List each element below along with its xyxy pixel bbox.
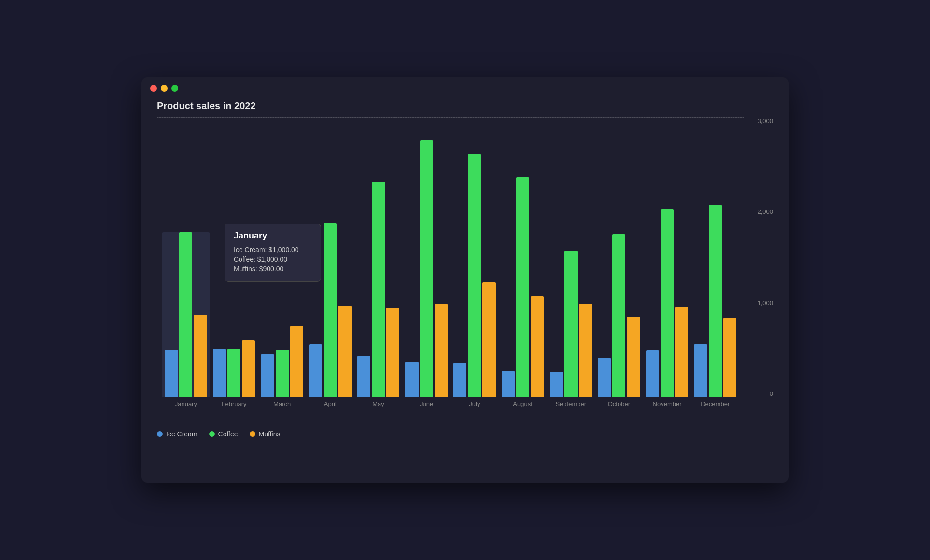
grid-line-0 (157, 421, 744, 421)
legend: Ice CreamCoffeeMuffins (141, 426, 789, 442)
x-label-november: November (643, 400, 691, 407)
bar-icecream-august (502, 371, 515, 397)
bar-coffee-march (276, 350, 289, 397)
bar-coffee-may (372, 182, 385, 397)
month-group-august[interactable] (499, 177, 547, 397)
bar-muffins-november (675, 307, 688, 397)
app-window: Product sales in 2022 3,000 2,000 1,000 … (141, 77, 789, 483)
x-label-may: May (354, 400, 403, 407)
legend-item-muffins: Muffins (250, 430, 281, 438)
month-group-june[interactable] (402, 140, 451, 397)
bar-coffee-december (709, 205, 722, 397)
month-group-april[interactable] (306, 223, 354, 397)
bar-muffins-january (194, 315, 207, 397)
x-label-february: February (210, 400, 258, 407)
bar-coffee-february (227, 349, 240, 397)
x-label-july: July (451, 400, 499, 407)
x-label-october: October (595, 400, 643, 407)
x-label-march: March (258, 400, 306, 407)
minimize-button[interactable] (161, 85, 168, 92)
legend-label-coffee: Coffee (218, 430, 238, 438)
bar-muffins-august (531, 296, 544, 397)
bar-icecream-march (261, 354, 274, 397)
x-label-september: September (547, 400, 595, 407)
bar-icecream-july (453, 363, 466, 397)
titlebar (141, 77, 789, 97)
month-group-october[interactable] (595, 234, 643, 397)
bar-coffee-october (612, 234, 625, 397)
x-label-june: June (402, 400, 451, 407)
legend-label-ice-cream: Ice Cream (166, 430, 197, 438)
bar-muffins-june (435, 304, 448, 397)
maximize-button[interactable] (171, 85, 178, 92)
bar-muffins-december (723, 318, 736, 397)
x-label-august: August (499, 400, 547, 407)
bar-coffee-june (420, 140, 433, 397)
legend-dot-coffee (209, 431, 215, 437)
y-label-0: 0 (744, 390, 773, 397)
bar-coffee-july (468, 154, 481, 397)
bar-icecream-february (213, 349, 226, 397)
chart-area: 3,000 2,000 1,000 0 JanuaryFebruaryMarch… (157, 117, 773, 421)
bar-icecream-june (405, 362, 418, 397)
y-label-3000: 3,000 (744, 117, 773, 125)
bar-muffins-september (579, 304, 592, 397)
bar-muffins-may (386, 308, 399, 397)
month-group-november[interactable] (643, 209, 691, 397)
bar-coffee-january (179, 232, 192, 397)
bar-coffee-april (324, 223, 337, 397)
bar-muffins-april (338, 306, 351, 397)
month-group-february[interactable] (210, 340, 258, 397)
x-label-april: April (306, 400, 354, 407)
y-label-1000: 1,000 (744, 299, 773, 307)
month-group-january[interactable] (162, 232, 210, 397)
bar-icecream-december (694, 344, 707, 397)
month-group-september[interactable] (547, 251, 595, 397)
bar-muffins-july (482, 282, 495, 397)
bars-container (157, 117, 744, 397)
month-group-july[interactable] (451, 154, 499, 397)
close-button[interactable] (150, 85, 157, 92)
bar-icecream-april (309, 344, 322, 397)
bar-coffee-august (516, 177, 529, 397)
bar-icecream-may (357, 356, 370, 397)
bar-coffee-september (564, 251, 578, 397)
chart-title: Product sales in 2022 (141, 97, 789, 117)
bar-coffee-november (661, 209, 674, 397)
y-label-2000: 2,000 (744, 208, 773, 215)
legend-item-ice-cream: Ice Cream (157, 430, 197, 438)
y-axis: 3,000 2,000 1,000 0 (744, 117, 773, 397)
legend-dot-ice-cream (157, 431, 163, 437)
bar-muffins-march (290, 326, 303, 397)
bar-muffins-october (627, 317, 640, 397)
x-label-january: January (162, 400, 210, 407)
month-group-december[interactable] (691, 205, 739, 397)
legend-dot-muffins (250, 431, 255, 437)
bar-icecream-september (550, 372, 563, 397)
bar-icecream-november (646, 350, 659, 397)
legend-item-coffee: Coffee (209, 430, 238, 438)
bar-icecream-october (598, 358, 611, 397)
month-group-may[interactable] (354, 182, 403, 397)
bar-muffins-february (242, 340, 255, 397)
x-labels: JanuaryFebruaryMarchAprilMayJuneJulyAugu… (157, 400, 744, 407)
x-label-december: December (691, 400, 739, 407)
legend-label-muffins: Muffins (259, 430, 281, 438)
month-group-march[interactable] (258, 326, 306, 397)
bar-icecream-january (165, 350, 178, 397)
chart-inner: 3,000 2,000 1,000 0 (157, 117, 773, 397)
